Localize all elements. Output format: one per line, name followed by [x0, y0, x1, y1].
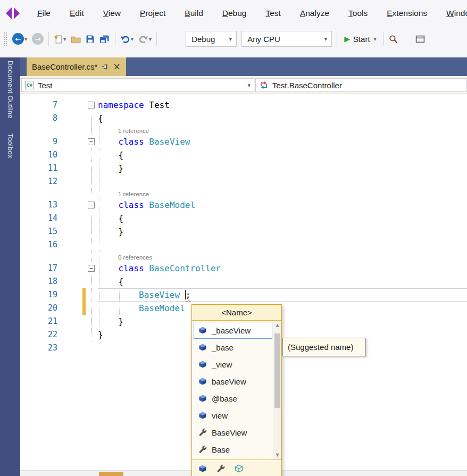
menu-item-tools[interactable]: Tools [339, 0, 377, 27]
project-dropdown-value: Test [38, 81, 53, 90]
intellisense-item-base[interactable]: Base [194, 441, 272, 458]
intellisense-item--baseview[interactable]: _baseView [194, 322, 272, 339]
code-line-content[interactable]: 1 reference [98, 125, 467, 135]
pin-icon[interactable] [102, 63, 109, 70]
outline-margin [85, 162, 98, 175]
sidebar-tab-document-outline[interactable]: Document Outline [6, 61, 14, 119]
line-number: 13 [20, 198, 65, 212]
scroll-up-icon[interactable]: ▲ [276, 323, 279, 328]
code-token: } [98, 330, 103, 340]
intellisense-item-view[interactable]: view [194, 407, 272, 424]
intellisense-item--base[interactable]: _base [194, 339, 272, 356]
solution-explorer-button[interactable] [415, 35, 425, 44]
code-line-content[interactable]: { [98, 212, 467, 225]
code-token: } [98, 163, 123, 173]
outline-margin [85, 315, 98, 328]
undo-button[interactable]: ▾ [120, 35, 134, 44]
line-number: 22 [20, 328, 65, 341]
code-line-content[interactable]: BaseView ; [98, 288, 467, 302]
code-token [144, 200, 149, 210]
fields-filter-icon[interactable] [198, 464, 207, 473]
suggested-name-tooltip: (Suggested name) [282, 338, 366, 356]
code-line-content[interactable]: 0 references [98, 252, 467, 262]
intellisense-item-label: _view [212, 360, 232, 369]
collapse-toggle[interactable]: − [88, 265, 95, 272]
outline-margin [85, 175, 98, 188]
field-icon [198, 326, 207, 335]
code-line-17: 17− class BaseController [20, 262, 467, 275]
menu-item-debug[interactable]: Debug [213, 0, 256, 27]
save-button[interactable] [86, 35, 95, 44]
code-line-content[interactable]: } [98, 162, 467, 175]
code-line-content[interactable]: class BaseController [98, 262, 467, 275]
code-line-content[interactable]: class BaseModel [98, 198, 467, 212]
code-line-content[interactable]: BaseModel [98, 302, 467, 315]
document-tab-strip: BaseController.cs* × [20, 57, 467, 76]
scrollbar-thumb[interactable] [274, 333, 280, 408]
code-line-12: 12 [20, 175, 467, 188]
document-tab[interactable]: BaseController.cs* × [27, 57, 126, 76]
collapse-toggle[interactable]: − [88, 102, 95, 108]
types-filter-icon[interactable] [235, 464, 243, 473]
open-file-button[interactable] [71, 35, 81, 43]
intellisense-list: _baseView_base_viewbaseView@baseviewBase… [192, 322, 281, 458]
menu-bar: FileEditViewProjectBuildDebugTestAnalyze… [0, 0, 467, 27]
sidebar-tab-toolbox[interactable]: Toolbox [6, 133, 14, 158]
code-line-content[interactable]: namespace Test [98, 98, 467, 112]
code-token [98, 200, 119, 210]
navigate-back-button[interactable]: ←▾ [12, 33, 27, 45]
code-token [144, 263, 149, 273]
scroll-down-icon[interactable]: ▼ [276, 453, 279, 457]
code-line-content[interactable]: { [98, 275, 467, 288]
collapse-toggle[interactable]: − [88, 202, 95, 208]
collapse-toggle[interactable]: − [88, 138, 95, 145]
project-dropdown[interactable]: C# Test ▾ [21, 78, 254, 92]
code-line-11: 11 } [20, 162, 467, 175]
menu-item-file[interactable]: File [28, 0, 60, 27]
save-icon [86, 35, 95, 44]
snippets-filter-icon[interactable] [216, 464, 225, 473]
close-icon[interactable]: × [113, 62, 120, 71]
redo-button[interactable]: ▾ [138, 35, 152, 44]
code-line-content[interactable] [98, 175, 467, 188]
outline-margin: − [85, 262, 98, 275]
save-all-button[interactable] [99, 35, 110, 44]
toolbar: ←▾ → ▾ ▾ ▾ Debug ▾ Any CPU ▾ ▶ Start ▾ [0, 27, 467, 57]
code-line-content[interactable]: } [98, 315, 467, 328]
line-number: 9 [20, 135, 65, 148]
toolbar-drag-grip[interactable] [3, 32, 7, 46]
intellisense-item--base[interactable]: @base [194, 390, 272, 407]
menu-item-edit[interactable]: Edit [60, 0, 94, 27]
line-number: 21 [20, 315, 65, 328]
intellisense-item-baseview[interactable]: baseView [194, 373, 272, 390]
navigate-forward-button[interactable]: → [32, 33, 44, 45]
menu-item-test[interactable]: Test [256, 0, 290, 27]
code-token [98, 137, 119, 147]
start-debug-button[interactable]: ▶ Start ▾ [342, 35, 379, 44]
line-number: 15 [20, 225, 65, 238]
menu-item-window[interactable]: Window [437, 0, 467, 27]
new-item-button[interactable]: ▾ [54, 35, 66, 44]
code-token: Test [144, 100, 170, 110]
solution-configuration-select[interactable]: Debug ▾ [186, 31, 237, 47]
outline-margin [85, 328, 98, 341]
menu-item-analyze[interactable]: Analyze [290, 0, 339, 27]
code-line-content[interactable] [98, 238, 467, 252]
find-in-files-button[interactable] [389, 35, 398, 44]
code-line-content[interactable]: { [98, 148, 467, 162]
code-line-content[interactable]: } [98, 225, 467, 238]
outline-margin [85, 112, 98, 125]
code-line-content[interactable]: 1 reference [98, 188, 467, 198]
solution-platform-select[interactable]: Any CPU ▾ [241, 31, 332, 47]
intellisense-item-baseview[interactable]: BaseView [194, 424, 272, 441]
code-line-content[interactable]: { [98, 112, 467, 125]
code-token: class [119, 137, 144, 147]
menu-item-build[interactable]: Build [175, 0, 212, 27]
menu-item-extensions[interactable]: Extensions [377, 0, 437, 27]
intellisense-item--view[interactable]: _view [194, 356, 272, 373]
menu-item-view[interactable]: View [94, 0, 130, 27]
horizontal-scrollbar-thumb[interactable] [99, 472, 123, 476]
menu-item-project[interactable]: Project [130, 0, 175, 27]
member-dropdown[interactable]: Test.BaseController [255, 78, 467, 92]
code-line-content[interactable]: class BaseView [98, 135, 467, 148]
